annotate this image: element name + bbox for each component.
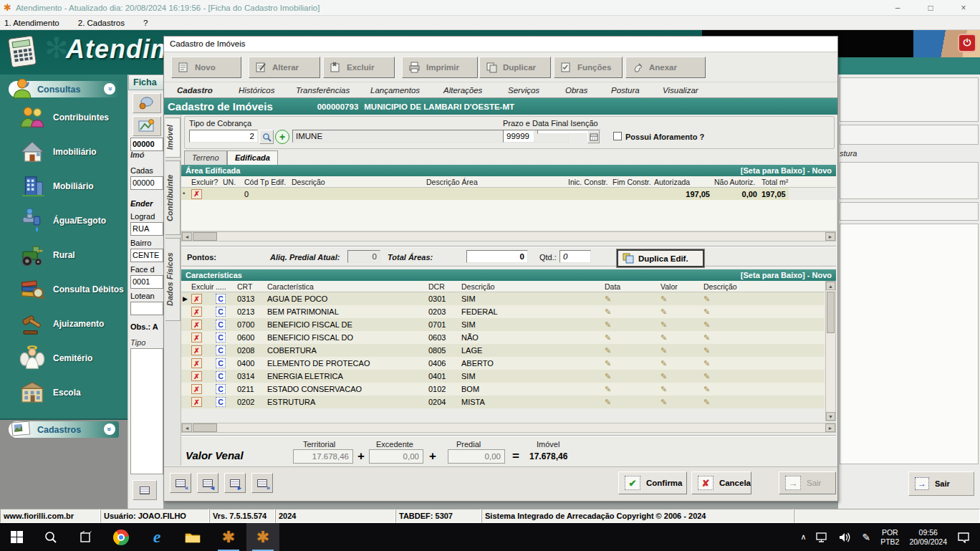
valor-attach-icon[interactable]: ✎	[660, 333, 667, 342]
tab-postura-bg[interactable]: stura	[840, 149, 857, 158]
notification-icon[interactable]	[957, 532, 970, 543]
sidebar-item-rural[interactable]: Rural	[0, 238, 128, 272]
valor-attach-icon[interactable]: ✎	[660, 398, 667, 406]
tab-imovel-bg[interactable]: Imó	[130, 150, 145, 159]
tab-cadastro[interactable]: Cadastro	[168, 84, 227, 98]
data-attach-icon[interactable]: ✎	[605, 320, 611, 329]
chevron-up-icon[interactable]: «	[104, 83, 115, 95]
characteristic-icon[interactable]: C	[216, 371, 226, 381]
chrome-button[interactable]	[105, 523, 138, 551]
valor-attach-icon[interactable]: ✎	[660, 359, 667, 368]
descricao-attach-icon[interactable]: ✎	[703, 346, 710, 355]
alterar-button[interactable]: Alterar	[249, 57, 320, 78]
tab-lancamentos[interactable]: Lançamentos	[362, 84, 434, 98]
valor-attach-icon[interactable]: ✎	[660, 320, 667, 329]
task-view-button[interactable]	[69, 523, 102, 551]
table-row[interactable]: ✗ C 0700 BENEFICIO FISCAL DE 0701 SIM ✎ …	[181, 318, 825, 331]
clock[interactable]: 09:56 20/09/2024	[909, 528, 947, 547]
cadastro-field[interactable]: 00000	[130, 176, 163, 190]
ie-button[interactable]: e	[140, 523, 173, 551]
sidebar-section-consultas[interactable]: Consultas «	[9, 81, 119, 97]
delete-row-icon[interactable]: ✗	[191, 345, 202, 355]
sidebar-section-cadastros[interactable]: Cadastros »	[9, 421, 119, 438]
data-attach-icon[interactable]: ✎	[605, 385, 611, 393]
valor-attach-icon[interactable]: ✎	[660, 372, 667, 380]
anexar-button[interactable]: Anexar	[625, 57, 706, 78]
tab-postura[interactable]: Postura	[602, 84, 654, 98]
cobranca-code-field[interactable]: 2	[189, 130, 258, 143]
tray-chevron-icon[interactable]: ∧	[800, 532, 806, 542]
descricao-attach-icon[interactable]: ✎	[703, 385, 710, 393]
scroll-thumb[interactable]	[193, 423, 217, 432]
sidebar-item-contribuintes[interactable]: Contribuintes	[0, 100, 128, 135]
excluir-button[interactable]: Excluir	[323, 57, 395, 78]
nav-next-button[interactable]: ►	[224, 473, 246, 493]
confirma-button[interactable]: ✔ Confirma	[618, 471, 687, 494]
characteristic-icon[interactable]: C	[216, 307, 226, 317]
explorer-button[interactable]	[176, 523, 209, 551]
delete-row-icon[interactable]: ✗	[191, 371, 202, 381]
characteristic-icon[interactable]: C	[216, 320, 226, 330]
characteristic-icon[interactable]: C	[216, 294, 226, 304]
delete-row-icon[interactable]: ✗	[191, 358, 202, 368]
minimize-button[interactable]: –	[881, 0, 914, 16]
tab-historicos[interactable]: Históricos	[230, 84, 289, 98]
delete-row-icon[interactable]: ✗	[191, 294, 202, 304]
scroll-thumb[interactable]	[193, 232, 217, 241]
delete-row-icon[interactable]: ✗	[191, 320, 202, 330]
valor-attach-icon[interactable]: ✎	[660, 346, 667, 355]
table-row[interactable]: ✗ C 0314 ENERGIA ELETRICA 0401 SIM ✎ ✎ ✎	[181, 370, 825, 383]
valor-attach-icon[interactable]: ✎	[660, 307, 667, 316]
descricao-attach-icon[interactable]: ✎	[703, 294, 710, 303]
descricao-attach-icon[interactable]: ✎	[703, 398, 710, 406]
characteristic-icon[interactable]: C	[216, 358, 226, 368]
qtd-field[interactable]: 0	[559, 250, 591, 263]
bg-sair-button[interactable]: → Sair	[908, 471, 974, 496]
characteristic-icon[interactable]: C	[216, 397, 226, 407]
inscricao-field[interactable]: 00000	[130, 138, 163, 151]
menu-atendimento[interactable]: 1. Atendimento	[4, 19, 59, 27]
tab-visualizar[interactable]: Visualizar	[654, 84, 713, 98]
descricao-attach-icon[interactable]: ✎	[703, 333, 710, 342]
delete-row-icon[interactable]: ✗	[191, 307, 202, 317]
table-row[interactable]: ✗ C 0202 ESTRUTURA 0204 MISTA ✎ ✎ ✎	[181, 396, 825, 408]
bg-nav-button[interactable]	[133, 480, 157, 500]
table-row[interactable]: ✗ C 0400 ELEMENTO DE PROTECAO 0406 ABERT…	[181, 357, 825, 370]
novo-button[interactable]: Novo	[171, 57, 241, 78]
obs-list[interactable]	[130, 348, 163, 474]
sidebar-item-mobiliario[interactable]: Mobiliário	[0, 169, 128, 203]
delete-row-icon[interactable]: ✗	[191, 384, 202, 394]
table-row[interactable]: ✗ C 0208 COBERTURA 0805 LAGE ✎ ✎ ✎	[181, 344, 825, 357]
car-vscrollbar[interactable]: ▲ ▼	[825, 281, 836, 421]
nav-last-button[interactable]: »	[251, 473, 273, 493]
aforamento-checkbox[interactable]	[613, 132, 622, 140]
data-attach-icon[interactable]: ✎	[605, 307, 611, 316]
aliq-field[interactable]: 0	[347, 250, 380, 263]
scroll-up-icon[interactable]: ▲	[826, 282, 835, 290]
sidebar-item-agua-esgoto[interactable]: Água/Esgoto	[0, 203, 128, 238]
table-row[interactable]: ✗ C 0211 ESTADO CONSERVACAO 0102 BOM ✎ ✎…	[181, 383, 825, 396]
scroll-right-icon[interactable]: ►	[825, 423, 835, 432]
scroll-left-icon[interactable]: ◄	[182, 232, 192, 241]
language-indicator[interactable]: POR PTB2	[880, 528, 899, 547]
network-icon[interactable]	[816, 532, 829, 542]
sidebar-item-consulta-debitos[interactable]: Consulta Débitos	[0, 272, 128, 307]
descricao-attach-icon[interactable]: ✎	[703, 320, 710, 329]
cobranca-add-button[interactable]: +	[275, 130, 289, 144]
data-attach-icon[interactable]: ✎	[605, 359, 611, 368]
table-row[interactable]: ▶ ✗ C 0313 AGUA DE POCO 0301 SIM ✎ ✎ ✎	[181, 292, 825, 305]
search-record-button[interactable]	[133, 93, 161, 113]
delete-row-icon[interactable]: ✗	[191, 332, 202, 342]
scroll-left-icon[interactable]: ◄	[182, 423, 192, 432]
cancela-button[interactable]: ✘ Cancela	[691, 471, 751, 494]
side-tab-dados-fisicos[interactable]: Dados Físicos	[165, 238, 181, 321]
scroll-right-icon[interactable]: ►	[825, 232, 835, 241]
tab-transferencias[interactable]: Transferências	[287, 84, 364, 98]
area-hscrollbar[interactable]: ◄ ►	[181, 231, 836, 241]
delete-row-icon[interactable]: ✗	[191, 397, 202, 407]
table-row[interactable]: ✗ C 0213 BEM PATRIMONIAL 0203 FEDERAL ✎ …	[181, 305, 825, 318]
taskbar-search-button[interactable]	[34, 523, 67, 551]
data-attach-icon[interactable]: ✎	[605, 346, 611, 355]
sidebar-item-ajuizamento[interactable]: Ajuizamento	[0, 307, 128, 341]
logradouro-field[interactable]: RUA	[130, 222, 163, 236]
